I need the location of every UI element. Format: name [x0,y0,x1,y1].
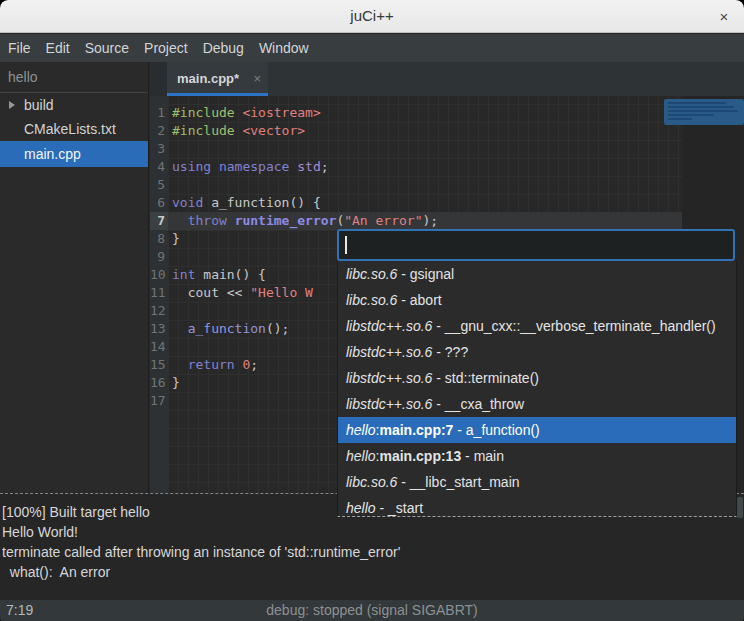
code-token: } [172,231,180,246]
tooltip-text-line [668,106,734,108]
code-token: } [172,375,180,390]
backtrace-lib: hello [346,500,376,516]
project-name: hello [0,62,148,93]
code-token: ; [250,357,258,372]
code-token [172,357,188,372]
tooltip-text-line [668,114,714,116]
menu-item-debug[interactable]: Debug [203,40,244,56]
code-token: a_function() { [203,195,320,210]
backtrace-item[interactable]: libc.so.6 - __libc_start_main [338,469,736,495]
code-token [227,213,235,228]
code-token: ); [422,213,438,228]
code-line: using namespace std; [172,158,744,176]
backtrace-item[interactable]: hello:main.cpp:7 - a_function() [338,417,736,443]
code-line: throw runtime_error("An error"); [172,212,744,230]
backtrace-item[interactable]: libc.so.6 - abort [338,287,736,313]
menu-item-source[interactable]: Source [85,40,129,56]
line-number[interactable]: 12 [150,302,168,320]
tab-label: main.cpp* [177,71,239,86]
line-number[interactable]: 14 [150,338,168,356]
code-line: #include <vector> [172,122,744,140]
line-number[interactable]: 11 [150,284,168,302]
line-number[interactable]: 15 [150,356,168,374]
title-bar: juCi++ × [0,0,744,33]
tab-bar-corner [150,62,167,96]
code-token: std [297,159,320,174]
code-token: (); [266,321,289,336]
line-number[interactable]: 13 [150,320,168,338]
backtrace-item[interactable]: libstdc++.so.6 - ??? [338,339,736,365]
menu-item-file[interactable]: File [8,40,31,56]
line-number[interactable]: 10 [150,266,168,284]
code-token: "An error" [344,213,422,228]
line-number-gutter[interactable]: 1234567891011121314151617 [150,96,168,493]
sidebar-item-main-cpp[interactable]: main.cpp [0,141,148,167]
output-line: Hello World! [2,522,744,542]
backtrace-lib: libstdc++.so.6 [346,344,432,360]
tab-main-cpp[interactable]: main.cpp* × [167,62,268,96]
backtrace-location: main.cpp:13 [379,448,461,464]
menu-bar: FileEditSourceProjectDebugWindow [0,34,744,62]
backtrace-list: libc.so.6 - gsignallibc.so.6 - abortlibs… [337,261,737,517]
line-number[interactable]: 2 [150,122,168,140]
code-token: #include [172,105,235,120]
tab-close-icon[interactable]: × [253,71,261,86]
code-token: cout << [172,285,250,300]
backtrace-item[interactable]: hello - _start [338,495,736,517]
code-line [172,140,744,158]
close-icon[interactable]: × [712,5,736,29]
backtrace-lib: libc.so.6 [346,266,397,282]
code-token: ; [321,159,329,174]
sidebar-item-cmakelists-txt[interactable]: CMakeLists.txt [0,117,148,141]
window-title: juCi++ [0,7,744,24]
tooltip-text-line [668,110,738,112]
line-number[interactable]: 9 [150,248,168,266]
code-token: a_function [188,321,266,336]
menu-item-window[interactable]: Window [259,40,309,56]
code-token [172,213,188,228]
code-token: void [172,195,203,210]
line-number[interactable]: 3 [150,140,168,158]
line-number[interactable]: 5 [150,176,168,194]
backtrace-item[interactable]: libstdc++.so.6 - __gnu_cxx::__verbose_te… [338,313,736,339]
code-token: main() { [195,267,265,282]
code-token: runtime_error [235,213,337,228]
tree-item-label: CMakeLists.txt [24,121,116,137]
backtrace-item[interactable]: libc.so.6 - gsignal [338,261,736,287]
line-number[interactable]: 6 [150,194,168,212]
code-line: void a_function() { [172,194,744,212]
output-line: what(): An error [2,562,744,582]
code-line: #include <iostream> [172,104,744,122]
backtrace-lib: libstdc++.so.6 [346,370,432,386]
scrollbar-thumb[interactable] [737,497,743,518]
backtrace-location: main.cpp:7 [379,422,453,438]
sidebar-item-build[interactable]: build [0,93,148,117]
line-number[interactable]: 8 [150,230,168,248]
app-window: juCi++ × FileEditSourceProjectDebugWindo… [0,0,744,621]
backtrace-popup: libc.so.6 - gsignallibc.so.6 - abortlibs… [337,229,737,517]
code-token [211,159,219,174]
code-token [172,321,188,336]
line-number[interactable]: 7 [150,212,168,230]
menu-item-edit[interactable]: Edit [46,40,70,56]
line-number[interactable]: 17 [150,392,168,410]
backtrace-item[interactable]: libstdc++.so.6 - __cxa_throw [338,391,736,417]
output-line: terminate called after throwing an insta… [2,542,744,562]
line-number[interactable]: 4 [150,158,168,176]
code-token: namespace [219,159,289,174]
code-token: using [172,159,211,174]
tree-item-label: build [24,97,54,113]
backtrace-search-input[interactable] [337,229,735,261]
code-token: <vector> [242,123,305,138]
backtrace-lib: libc.so.6 [346,474,397,490]
expander-collapsed-icon[interactable] [9,101,15,109]
tooltip-text-line [668,102,726,104]
line-number[interactable]: 1 [150,104,168,122]
backtrace-lib: libstdc++.so.6 [346,396,432,412]
code-token: return [188,357,235,372]
backtrace-item[interactable]: hello:main.cpp:13 - main [338,443,736,469]
backtrace-item[interactable]: libstdc++.so.6 - std::terminate() [338,365,736,391]
line-number[interactable]: 16 [150,374,168,392]
menu-item-project[interactable]: Project [144,40,188,56]
code-token: #include [172,123,235,138]
